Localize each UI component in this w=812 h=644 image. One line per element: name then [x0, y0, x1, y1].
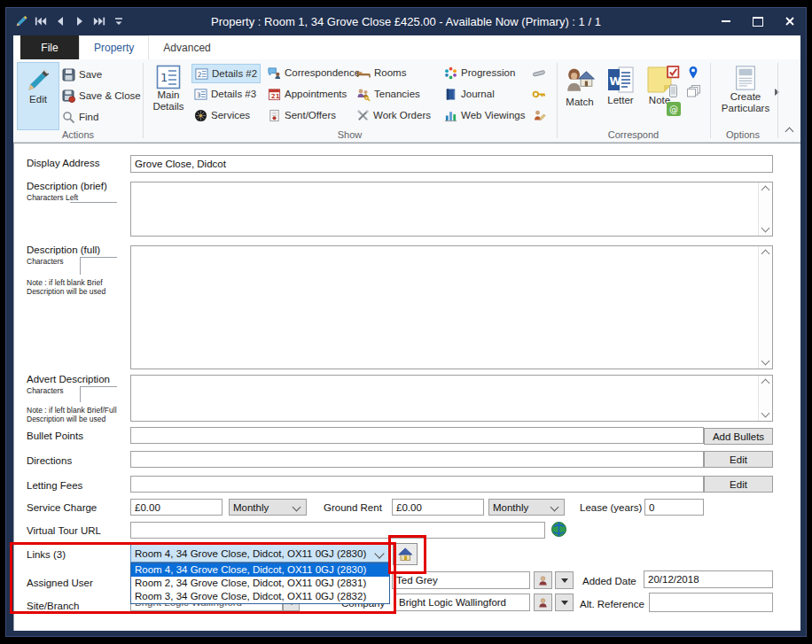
- description-brief-textarea[interactable]: [130, 182, 773, 237]
- create-particulars-button[interactable]: Create Particulars: [718, 62, 773, 128]
- virtual-tour-url-input[interactable]: [130, 522, 545, 539]
- minimize-button[interactable]: [710, 10, 742, 33]
- company-lookup-button[interactable]: [534, 594, 552, 611]
- sms-checkbox-button[interactable]: [667, 66, 680, 79]
- edit-button[interactable]: Edit: [17, 62, 59, 130]
- quick-access-menu-button[interactable]: [109, 13, 129, 29]
- correspondence-button[interactable]: Correspondence: [265, 64, 363, 81]
- globe-icon: [550, 521, 567, 538]
- phone-button[interactable]: [668, 84, 679, 98]
- nav-first-button[interactable]: [31, 13, 51, 29]
- letter-button[interactable]: W Letter: [601, 62, 640, 128]
- copies-button[interactable]: [686, 84, 701, 97]
- svg-text:3: 3: [197, 90, 201, 98]
- links-label: Links (3): [27, 549, 66, 560]
- work-orders-button[interactable]: Work Orders: [354, 106, 433, 124]
- search-icon: [62, 111, 75, 124]
- details-2-button[interactable]: 2 Details #2: [191, 64, 261, 83]
- word-letter-icon: W: [606, 65, 635, 95]
- assigned-user-input[interactable]: [392, 571, 530, 589]
- directions-label: Directions: [27, 455, 72, 466]
- virtual-tour-url-label: Virtual Tour URL: [27, 525, 101, 536]
- valuer-button[interactable]: [529, 106, 549, 124]
- svg-text:1: 1: [160, 71, 168, 84]
- email-button[interactable]: @: [667, 102, 681, 116]
- keys-button[interactable]: [529, 85, 549, 103]
- description-full-textarea[interactable]: [130, 245, 773, 369]
- site-branch-label: Site/Branch: [27, 601, 79, 611]
- advert-description-textarea[interactable]: [130, 375, 773, 422]
- person-writing-icon: [532, 109, 546, 122]
- rooms-button[interactable]: Rooms: [354, 64, 409, 81]
- bed-icon: [356, 66, 371, 80]
- find-button[interactable]: Find: [59, 108, 101, 126]
- collapse-ribbon-icon[interactable]: [785, 128, 794, 136]
- links-dropdown-list: Room 4, 34 Grove Close, Didcot, OX11 0GJ…: [130, 563, 390, 604]
- pencil-icon: [25, 66, 51, 94]
- progression-icon: [444, 66, 457, 80]
- directions-edit-button[interactable]: Edit: [704, 451, 773, 468]
- chevron-down-icon: [374, 548, 384, 558]
- scrollbar[interactable]: [758, 376, 772, 421]
- match-button[interactable]: Match: [560, 62, 599, 128]
- book-icon: [444, 88, 457, 101]
- display-address-label: Display Address: [27, 158, 99, 168]
- tab-advanced[interactable]: Advanced: [149, 35, 224, 59]
- links-option-2[interactable]: Room 2, 34 Grove Close, Didcot, OX11 0GJ…: [131, 577, 389, 590]
- bullet-points-input[interactable]: [130, 427, 704, 444]
- web-viewings-button[interactable]: Web Viewings: [441, 106, 527, 124]
- company-input[interactable]: [394, 594, 530, 611]
- view-linked-property-button[interactable]: [393, 543, 418, 565]
- links-option-3[interactable]: Room 3, 34 Grove Close, Didcot, OX11 0GJ…: [131, 590, 389, 603]
- actions-group-label: Actions: [13, 129, 143, 140]
- characters-count-line: [80, 257, 117, 258]
- options-group-label: Options: [710, 129, 776, 140]
- ground-rent-input[interactable]: [392, 499, 484, 516]
- display-address-input[interactable]: [130, 155, 773, 173]
- ground-rent-frequency-select[interactable]: Monthly: [488, 499, 565, 516]
- details-3-button[interactable]: 3 Details #3: [191, 85, 259, 103]
- group-separator: [143, 63, 144, 138]
- journal-button[interactable]: Journal: [441, 85, 497, 103]
- email-at-icon: @: [667, 102, 681, 116]
- letting-fees-input[interactable]: [130, 476, 704, 493]
- links-option-1[interactable]: Room 4, 34 Grove Close, Didcot, OX11 0GJ…: [131, 563, 389, 577]
- added-date-field[interactable]: [644, 570, 773, 588]
- eraser-tool-button[interactable]: [529, 64, 549, 81]
- save-button[interactable]: Save: [59, 66, 105, 83]
- map-pin-button[interactable]: [687, 66, 699, 80]
- assigned-user-dropdown-button[interactable]: [555, 571, 574, 589]
- match-icon: [565, 65, 595, 97]
- tenancies-button[interactable]: Tenancies: [354, 85, 423, 103]
- letting-fees-edit-button[interactable]: Edit: [704, 476, 773, 493]
- description-brief-label: Description (brief): [27, 181, 107, 191]
- nav-last-button[interactable]: [90, 13, 109, 29]
- appointments-button[interactable]: 21 Appointments: [265, 85, 349, 103]
- directions-input[interactable]: [130, 451, 704, 468]
- scrollbar[interactable]: [758, 246, 772, 369]
- services-button[interactable]: Services: [191, 106, 253, 124]
- save-and-close-button[interactable]: Save & Close: [59, 87, 144, 105]
- tab-file[interactable]: File: [20, 35, 79, 59]
- tab-property[interactable]: Property: [79, 35, 149, 59]
- maximize-button[interactable]: [742, 10, 774, 33]
- scrollbar[interactable]: [758, 182, 772, 236]
- lease-years-input[interactable]: [644, 499, 704, 516]
- nav-previous-button[interactable]: [51, 13, 70, 29]
- main-details-button[interactable]: 1 Main Details: [148, 62, 189, 128]
- service-charge-input[interactable]: [130, 499, 223, 516]
- alt-reference-input[interactable]: [649, 593, 773, 612]
- document-seal-icon: [268, 109, 281, 122]
- links-combobox[interactable]: Room 4, 34 Grove Close, Didcot, OX11 0GJ…: [130, 544, 389, 563]
- sent-offers-button[interactable]: Sent/Offers: [265, 106, 339, 124]
- service-charge-frequency-select[interactable]: Monthly: [229, 499, 307, 516]
- lease-years-label: Lease (years): [580, 502, 642, 513]
- assigned-user-lookup-button[interactable]: [534, 571, 552, 589]
- nav-next-button[interactable]: [70, 13, 90, 29]
- open-url-globe-button[interactable]: [550, 521, 567, 538]
- progression-button[interactable]: Progression: [441, 64, 518, 81]
- group-separator: [710, 63, 711, 138]
- close-button[interactable]: [774, 10, 806, 33]
- company-dropdown-button[interactable]: [555, 594, 574, 611]
- add-bullets-button[interactable]: Add Bullets: [704, 428, 773, 445]
